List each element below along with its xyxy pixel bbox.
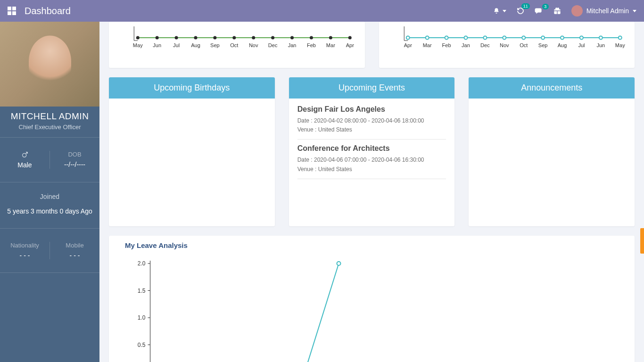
svg-text:Jan: Jan bbox=[462, 42, 470, 48]
mobile-cell: Mobile - - - bbox=[50, 242, 99, 259]
svg-text:Jun: Jun bbox=[596, 42, 605, 48]
svg-text:2.0: 2.0 bbox=[138, 260, 146, 267]
event-date: Date : 2020-04-02 08:00:00 - 2020-04-06 … bbox=[297, 116, 446, 125]
svg-point-20 bbox=[271, 36, 274, 40]
svg-text:Oct: Oct bbox=[520, 42, 528, 48]
svg-point-31 bbox=[406, 36, 409, 40]
svg-point-51 bbox=[599, 36, 602, 40]
dob-value: --/--/---- bbox=[50, 161, 99, 168]
svg-text:Jun: Jun bbox=[153, 42, 161, 48]
refresh-badge: 11 bbox=[521, 3, 530, 9]
svg-point-22 bbox=[290, 36, 294, 40]
svg-point-47 bbox=[561, 36, 564, 40]
leave-analysis-card: My Leave Analysis 0.00.51.01.52.0Nov 201… bbox=[109, 236, 635, 362]
svg-point-24 bbox=[310, 36, 313, 40]
svg-point-35 bbox=[445, 36, 448, 40]
gift-icon bbox=[553, 7, 561, 15]
svg-text:Jul: Jul bbox=[173, 42, 180, 48]
svg-point-43 bbox=[522, 36, 525, 40]
svg-rect-2 bbox=[8, 11, 11, 15]
svg-text:Jan: Jan bbox=[288, 42, 297, 48]
svg-point-28 bbox=[348, 36, 352, 40]
profile-photo bbox=[0, 22, 99, 107]
nationality-value: - - - bbox=[0, 252, 50, 259]
chat-button[interactable]: 3 bbox=[535, 8, 543, 14]
bell-icon bbox=[493, 8, 500, 14]
event-item: Design Fair Los Angeles Date : 2020-04-0… bbox=[297, 105, 446, 140]
leave-chart-svg: 0.00.51.01.52.0Nov 2019Dec 2019Jan 2020F… bbox=[118, 254, 625, 362]
svg-text:Apr: Apr bbox=[346, 42, 354, 48]
svg-point-26 bbox=[329, 36, 332, 40]
svg-point-53 bbox=[618, 36, 621, 40]
gender-value: Male bbox=[0, 161, 50, 169]
svg-point-33 bbox=[425, 36, 429, 40]
mini-chart-1: MayJunJulAugSepOctNovDecJanFebMarApr bbox=[109, 22, 365, 68]
event-title: Design Fair Los Angeles bbox=[297, 105, 446, 114]
gift-button[interactable] bbox=[553, 7, 561, 15]
event-item: Conference for Architects Date : 2020-04… bbox=[297, 144, 446, 179]
mini-chart-svg-2: AprMarFebJanDecNovOctSepAugJulJunMay bbox=[388, 26, 626, 55]
svg-point-82 bbox=[337, 262, 341, 265]
svg-point-39 bbox=[483, 36, 487, 40]
svg-text:Aug: Aug bbox=[557, 42, 567, 48]
topbar: Dashboard 11 3 Mitchell Admin bbox=[0, 0, 644, 22]
svg-point-14 bbox=[213, 36, 216, 40]
user-menu[interactable]: Mitchell Admin bbox=[571, 5, 636, 16]
birthdays-header: Upcoming Birthdays bbox=[109, 77, 275, 99]
dob-label: DOB bbox=[50, 151, 99, 158]
svg-text:0.5: 0.5 bbox=[138, 342, 146, 348]
top-actions: 11 3 Mitchell Admin bbox=[493, 5, 636, 16]
page-title: Dashboard bbox=[25, 6, 493, 16]
svg-text:Sep: Sep bbox=[210, 42, 220, 48]
mobile-label: Mobile bbox=[50, 242, 99, 249]
nationality-cell: Nationality - - - bbox=[0, 242, 50, 259]
svg-text:Dec: Dec bbox=[268, 42, 278, 48]
svg-point-41 bbox=[503, 36, 506, 40]
svg-point-45 bbox=[541, 36, 545, 40]
svg-text:Nov: Nov bbox=[249, 42, 258, 48]
svg-text:May: May bbox=[133, 42, 143, 48]
joined-value: 5 years 3 months 0 days Ago bbox=[5, 205, 95, 218]
svg-point-18 bbox=[252, 36, 255, 40]
svg-point-10 bbox=[175, 36, 178, 40]
joined-block: Joined 5 years 3 months 0 days Ago bbox=[0, 182, 99, 229]
apps-icon[interactable] bbox=[8, 7, 16, 15]
svg-point-6 bbox=[136, 36, 140, 40]
svg-text:Feb: Feb bbox=[307, 42, 316, 48]
profile-job-title: Chief Executive Officer bbox=[0, 123, 99, 131]
scroll-top-button[interactable] bbox=[640, 228, 644, 254]
svg-text:Feb: Feb bbox=[442, 42, 451, 48]
svg-text:Dec: Dec bbox=[480, 42, 490, 48]
leave-analysis-title: My Leave Analysis bbox=[125, 241, 625, 249]
birthdays-card: Upcoming Birthdays bbox=[109, 77, 275, 226]
user-name: Mitchell Admin bbox=[586, 7, 629, 15]
notifications-button[interactable] bbox=[493, 8, 506, 14]
refresh-button[interactable]: 11 bbox=[517, 7, 524, 15]
chat-icon bbox=[535, 8, 543, 14]
svg-point-12 bbox=[194, 36, 197, 40]
svg-text:Nov: Nov bbox=[500, 42, 509, 48]
nationality-label: Nationality bbox=[0, 242, 50, 249]
events-card: Upcoming Events Design Fair Los Angeles … bbox=[289, 77, 455, 226]
svg-rect-3 bbox=[12, 11, 16, 15]
chat-badge: 3 bbox=[542, 4, 549, 9]
avatar bbox=[571, 5, 583, 16]
svg-point-49 bbox=[579, 36, 583, 40]
svg-text:Oct: Oct bbox=[230, 42, 238, 48]
male-icon bbox=[21, 151, 29, 158]
gender-cell: Male bbox=[0, 151, 50, 169]
event-title: Conference for Architects bbox=[297, 144, 446, 153]
announcements-card: Announcements bbox=[469, 77, 635, 226]
main-content: MayJunJulAugSepOctNovDecJanFebMarApr Apr… bbox=[99, 22, 644, 362]
svg-text:Apr: Apr bbox=[404, 42, 412, 48]
joined-label: Joined bbox=[5, 193, 95, 200]
announcements-header: Announcements bbox=[469, 77, 635, 99]
events-header: Upcoming Events bbox=[289, 77, 455, 99]
svg-rect-1 bbox=[12, 7, 16, 10]
mobile-value: - - - bbox=[50, 252, 99, 259]
svg-rect-0 bbox=[8, 7, 11, 10]
svg-text:1.0: 1.0 bbox=[138, 314, 146, 321]
svg-text:1.5: 1.5 bbox=[138, 288, 146, 294]
profile-name: MITCHELL ADMIN bbox=[0, 111, 99, 122]
event-date: Date : 2020-04-06 07:00:00 - 2020-04-06 … bbox=[297, 156, 446, 165]
